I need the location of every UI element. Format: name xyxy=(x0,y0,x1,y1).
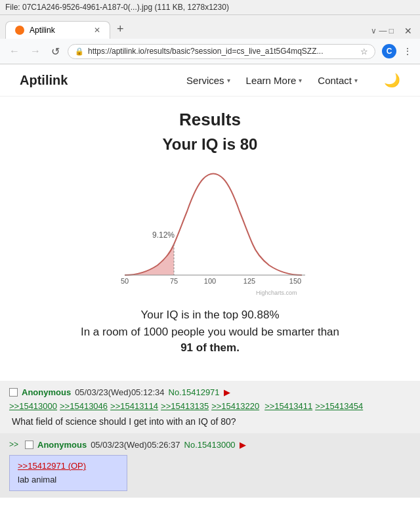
post-1-checkbox[interactable] xyxy=(9,388,18,397)
reply-link-3[interactable]: >>15413114 xyxy=(110,401,158,411)
stat-room-line: In a room of 1000 people you would be sm… xyxy=(33,326,387,339)
reply-op-link[interactable]: >>15412971 (OP) xyxy=(18,461,119,471)
bell-curve-chart: 50 75 100 125 150 Highcharts.com 9.12% xyxy=(33,167,387,298)
svg-text:75: 75 xyxy=(170,277,178,285)
reply-link-2[interactable]: >>15413046 xyxy=(60,401,108,411)
browser-tab[interactable]: Aptilink ✕ xyxy=(5,21,110,39)
post-2-author: Anonymous xyxy=(37,440,87,450)
post-1-arrow: ▶ xyxy=(224,387,230,397)
svg-text:50: 50 xyxy=(121,277,129,285)
nav-services[interactable]: Services ▾ xyxy=(186,75,230,86)
address-bar-icons: ☆ xyxy=(360,47,368,56)
dark-mode-toggle[interactable]: 🌙 xyxy=(384,72,400,88)
post-1-question: What field of science should I get into … xyxy=(9,416,411,427)
stat-top-percent: Your IQ is in the top 90.88% xyxy=(33,309,387,322)
post-2-arrow: ▶ xyxy=(240,440,246,450)
svg-text:150: 150 xyxy=(289,277,301,285)
post-1-replies: >>15413000 >>15413046 >>15413114 >>15413… xyxy=(9,401,363,411)
reply-link-6[interactable]: >>15413411 xyxy=(264,401,312,411)
site-logo: Aptilink xyxy=(20,73,68,88)
profile-icon[interactable]: C xyxy=(381,43,398,60)
nav-contact[interactable]: Contact ▾ xyxy=(318,75,358,86)
learn-more-caret: ▾ xyxy=(299,77,302,84)
reply-quote-box: >>15412971 (OP) lab animal xyxy=(9,455,127,491)
browser-menu-icons: C ⋮ xyxy=(381,43,413,60)
post-1-header: Anonymous 05/03/23(Wed)05:12:34 No.15412… xyxy=(9,387,411,411)
refresh-button[interactable]: ↺ xyxy=(49,44,62,59)
tab-label: Aptilink xyxy=(30,26,55,35)
address-text: https://aptilink.io/results/basic?sessio… xyxy=(88,47,356,56)
reply-link-5[interactable]: >>15413220 xyxy=(211,401,259,411)
results-title: Results xyxy=(33,110,387,130)
post-2-header: >> Anonymous 05/03/23(Wed)05:26:37 No.15… xyxy=(9,440,411,450)
nav-links: Services ▾ Learn More ▾ Contact ▾ 🌙 xyxy=(186,72,400,88)
new-tab-button[interactable]: + xyxy=(110,19,131,39)
browser-tab-bar: Aptilink ✕ + ∨ — □ ✕ xyxy=(0,15,420,39)
post-2-date: 05/03/23(Wed)05:26:37 xyxy=(91,440,180,450)
window-state-icons: ∨ — □ xyxy=(371,26,394,35)
forward-button[interactable]: → xyxy=(28,44,43,58)
title-bar: File: 07C1A246-9526-4961-A187-0(...).jpg… xyxy=(0,0,420,15)
reply-link-1[interactable]: >>15413000 xyxy=(9,401,57,411)
reply-content: lab animal xyxy=(18,475,56,485)
svg-text:Highcharts.com: Highcharts.com xyxy=(256,290,297,296)
stat-smarter-count: 91 of them. xyxy=(33,341,387,355)
post-2-checkbox[interactable] xyxy=(25,441,33,449)
reply-link-7[interactable]: >>15413454 xyxy=(315,401,363,411)
post-1-num: No.15412971 xyxy=(169,387,220,397)
browser-controls: ← → ↺ 🔒 https://aptilink.io/results/basi… xyxy=(0,39,420,64)
window-close-button[interactable]: ✕ xyxy=(402,26,415,36)
extensions-button[interactable]: ⋮ xyxy=(402,45,413,58)
address-bar[interactable]: 🔒 https://aptilink.io/results/basic?sess… xyxy=(68,44,375,59)
post-1-author: Anonymous xyxy=(22,387,71,397)
services-caret: ▾ xyxy=(227,77,230,84)
tab-close-button[interactable]: ✕ xyxy=(94,26,100,35)
main-content: Results Your IQ is 80 xyxy=(13,97,407,372)
svg-text:125: 125 xyxy=(243,277,255,285)
website-content: Aptilink Services ▾ Learn More ▾ Contact… xyxy=(0,64,420,518)
post-2-num: No.15413000 xyxy=(184,440,236,450)
svg-point-0 xyxy=(16,27,23,33)
site-nav: Aptilink Services ▾ Learn More ▾ Contact… xyxy=(0,64,420,97)
reply-link-4[interactable]: >>15413135 xyxy=(161,401,209,411)
contact-caret: ▾ xyxy=(354,77,358,84)
back-button[interactable]: ← xyxy=(7,44,22,58)
lock-icon: 🔒 xyxy=(75,47,84,56)
svg-text:100: 100 xyxy=(204,277,216,285)
tab-favicon xyxy=(15,26,24,35)
bookmark-icon[interactable]: ☆ xyxy=(360,47,368,56)
post-1-date: 05/03/23(Wed)05:12:34 xyxy=(75,387,164,397)
forum-post-1: Anonymous 05/03/23(Wed)05:12:34 No.15412… xyxy=(0,381,420,433)
nav-learn-more[interactable]: Learn More ▾ xyxy=(246,75,303,86)
forum-post-2: >> Anonymous 05/03/23(Wed)05:26:37 No.15… xyxy=(0,433,420,498)
reply-indicator: >> xyxy=(9,440,18,449)
iq-headline: Your IQ is 80 xyxy=(33,135,387,154)
svg-text:9.12%: 9.12% xyxy=(152,230,175,240)
title-bar-text: File: 07C1A246-9526-4961-A187-0(...).jpg… xyxy=(5,3,229,12)
